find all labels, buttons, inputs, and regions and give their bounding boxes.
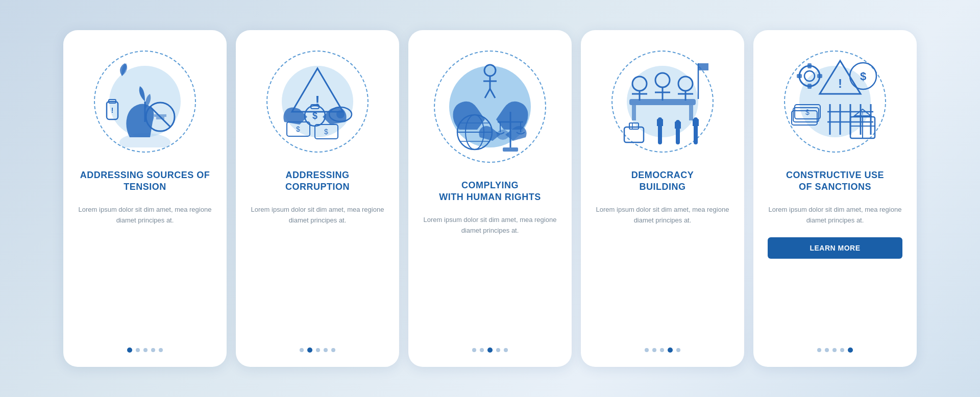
svg-text:!: ! [862,111,864,116]
svg-rect-49 [629,123,639,129]
card-body-4: Lorem ipsum dolor sit dim amet, mea regi… [595,205,730,226]
card-title-2: ADDRESSINGCORRUPTION [285,167,350,195]
svg-text:!: ! [111,106,114,114]
dot-active [668,348,673,353]
svg-point-37 [632,77,647,91]
dot [324,348,328,352]
svg-point-18 [484,65,496,76]
dot [504,348,508,352]
dot [300,348,304,352]
svg-point-43 [678,77,693,91]
dot [136,348,140,352]
dot [496,348,500,352]
dot [143,348,148,352]
human-rights-icon [444,61,536,153]
card-sanctions: ! $ $ [753,30,917,367]
card-title-5: CONSTRUCTIVE USEOF SANCTIONS [786,167,884,195]
dot-active [127,348,132,353]
svg-text:$: $ [312,111,317,121]
dot [832,348,837,352]
card-icon-area-2: ! $ $ $ [261,45,374,158]
dot [331,348,335,352]
svg-rect-33 [503,147,518,152]
dot [316,348,320,352]
dot [817,348,821,352]
learn-more-button[interactable]: LEARN MORE [768,237,902,259]
svg-rect-58 [797,74,802,78]
card-body-2: Lorem ipsum dolor sit dim amet, mea regi… [250,205,385,226]
dot [472,348,476,352]
card-icon-area-3 [429,45,551,168]
card-body-3: Lorem ipsum dolor sit dim amet, mea regi… [423,215,557,236]
card-icon-area-4 [606,45,719,158]
card-title-1: ADDRESSING SOURCES OF TENSION [78,167,212,195]
dot-active [307,348,312,353]
svg-rect-57 [807,84,812,89]
card-addressing-corruption: ! $ $ $ [236,30,399,367]
dot [660,348,664,352]
card-icon-area-1: ! [89,45,201,158]
card-title-4: DEMOCRACYBUILDING [631,167,694,195]
corruption-icon: ! $ $ $ [272,56,363,147]
dots-3 [472,343,508,353]
sanctions-icon: ! $ $ [789,56,881,147]
tension-icon: ! [99,56,191,147]
dot [480,348,484,352]
svg-text:$: $ [324,128,328,136]
card-body-1: Lorem ipsum dolor sit dim amet, mea regi… [78,205,212,226]
dot [645,348,649,352]
dots-5 [817,343,853,353]
card-democracy: DEMOCRACYBUILDING Lorem ipsum dolor sit … [581,30,744,367]
democracy-icon [617,56,708,147]
cards-container: ! ADDRESSING SOURCES OF TENSION Lorem ip… [43,10,937,387]
svg-rect-36 [689,105,693,120]
card-addressing-tension: ! ADDRESSING SOURCES OF TENSION Lorem ip… [63,30,227,367]
svg-point-28 [497,130,509,140]
card-human-rights: COMPLYINGWITH HUMAN RIGHTS Lorem ipsum d… [408,30,572,367]
svg-rect-56 [807,63,812,68]
svg-point-40 [655,73,670,87]
svg-point-55 [804,71,815,81]
card-icon-area-5: ! $ $ [779,45,891,158]
card-body-5: Lorem ipsum dolor sit dim amet, mea regi… [768,205,902,226]
svg-point-54 [799,66,820,86]
svg-rect-47 [698,63,708,70]
dots-2 [300,343,335,353]
dots-1 [127,343,163,353]
dot [840,348,844,352]
dots-4 [645,343,680,353]
svg-text:!: ! [838,77,842,90]
dot [825,348,829,352]
svg-rect-35 [632,105,636,120]
svg-text:$: $ [860,70,866,83]
dot [676,348,680,352]
dot-active [487,348,493,353]
dot [159,348,163,352]
card-title-3: COMPLYINGWITH HUMAN RIGHTS [439,177,541,206]
dot [151,348,155,352]
dot [652,348,656,352]
dot-active [848,348,853,353]
svg-text:$: $ [296,125,300,133]
svg-point-17 [336,110,345,118]
svg-line-22 [490,89,495,98]
svg-text:$: $ [805,108,810,116]
svg-rect-59 [817,74,822,78]
svg-line-21 [485,89,490,98]
